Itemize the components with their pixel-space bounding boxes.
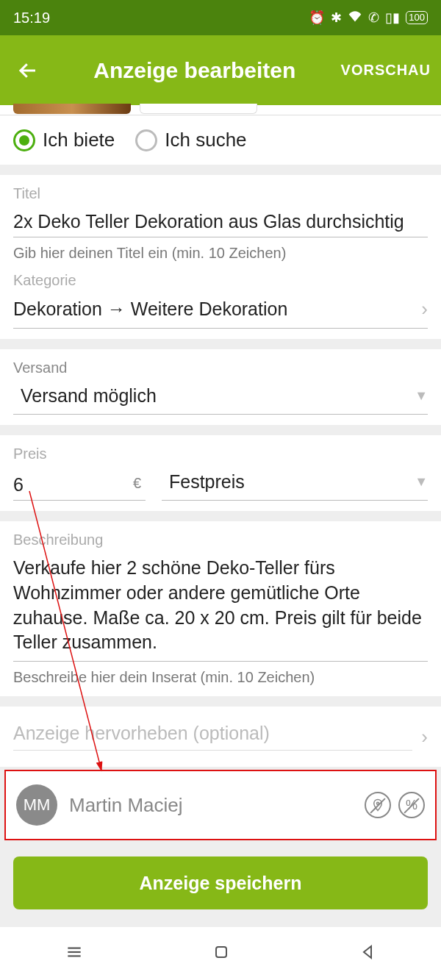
nav-recent-icon[interactable] [65, 943, 84, 965]
signal-icon: ▯▮ [385, 10, 400, 26]
page-title: Anzeige bearbeiten [49, 58, 341, 83]
highlight-label: Anzeige hervorheben (optional) [13, 723, 412, 751]
add-image-placeholder[interactable] [140, 104, 257, 114]
caret-down-icon: ▼ [415, 388, 428, 404]
status-icons: ⏰ ✱ ✆ ▯▮ 100 [309, 10, 428, 26]
radio-offer-label: Ich biete [43, 129, 115, 151]
shipping-select[interactable]: Versand möglich ▼ [13, 381, 428, 415]
highlight-listing-row[interactable]: Anzeige hervorheben (optional) › [0, 707, 441, 767]
wifi-icon [348, 10, 362, 26]
user-settings-icons: % [365, 792, 425, 818]
radio-selected-icon [13, 129, 35, 151]
app-bar: Anzeige bearbeiten VORSCHAU [0, 35, 441, 105]
shipping-section: Versand Versand möglich ▼ [0, 349, 441, 425]
thumbnail-image[interactable] [13, 104, 131, 114]
title-section: Titel Gib hier deinen Titel ein (min. 10… [0, 175, 441, 339]
radio-search[interactable]: Ich suche [135, 129, 246, 151]
category-select[interactable]: Dekoration → Weitere Dekoration › [13, 293, 428, 329]
price-type-value: Festpreis [169, 471, 245, 493]
alarm-icon: ⏰ [309, 10, 325, 26]
save-button[interactable]: Anzeige speichern [13, 856, 428, 909]
battery-indicator: 100 [406, 11, 428, 24]
currency-symbol: € [133, 475, 141, 492]
nav-back-icon[interactable] [359, 943, 376, 964]
status-time: 15:19 [13, 10, 50, 26]
description-label: Beschreibung [13, 532, 428, 548]
description-helper: Beschreibe hier dein Inserat (min. 10 Ze… [13, 669, 428, 686]
svg-rect-4 [216, 947, 226, 957]
volte-icon: ✆ [368, 10, 379, 26]
listing-type-radios: Ich biete Ich suche [0, 115, 441, 165]
radio-unselected-icon [135, 129, 157, 151]
status-bar: 15:19 ⏰ ✱ ✆ ▯▮ 100 [0, 0, 441, 35]
percent-disabled-icon: % [398, 792, 425, 818]
title-helper: Gib hier deinen Titel ein (min. 10 Zeich… [13, 245, 428, 262]
user-profile-row[interactable]: MM Martin Maciej % [4, 770, 437, 840]
user-name: Martin Maciej [69, 794, 353, 817]
price-input[interactable] [13, 470, 146, 501]
title-label: Titel [13, 185, 428, 202]
radio-offer[interactable]: Ich biete [13, 129, 115, 151]
avatar: MM [16, 784, 57, 826]
image-picker-strip[interactable] [0, 105, 441, 115]
chevron-right-icon: › [421, 298, 428, 321]
caret-down-icon: ▼ [415, 474, 428, 490]
radio-search-label: Ich suche [165, 129, 246, 151]
price-type-select[interactable]: Festpreis ▼ [162, 467, 428, 501]
price-section: Preis € Festpreis ▼ [0, 435, 441, 511]
chevron-right-icon: › [421, 726, 428, 748]
back-button[interactable] [7, 60, 49, 82]
shipping-label: Versand [13, 360, 428, 376]
nav-home-icon[interactable] [212, 943, 230, 964]
svg-point-0 [377, 802, 379, 804]
category-value: Dekoration → Weitere Dekoration [13, 298, 287, 320]
preview-button[interactable]: VORSCHAU [341, 62, 434, 79]
description-input[interactable]: Verkaufe hier 2 schöne Deko-Teller fürs … [13, 553, 428, 662]
category-label: Kategorie [13, 272, 428, 289]
system-nav-bar [0, 927, 441, 980]
shipping-value: Versand möglich [21, 385, 157, 407]
bluetooth-icon: ✱ [331, 10, 342, 26]
map-pin-disabled-icon [365, 792, 391, 818]
title-input[interactable] [13, 207, 428, 237]
description-section: Beschreibung Verkaufe hier 2 schöne Deko… [0, 521, 441, 696]
price-label: Preis [13, 446, 428, 462]
save-button-label: Anzeige speichern [140, 873, 302, 894]
